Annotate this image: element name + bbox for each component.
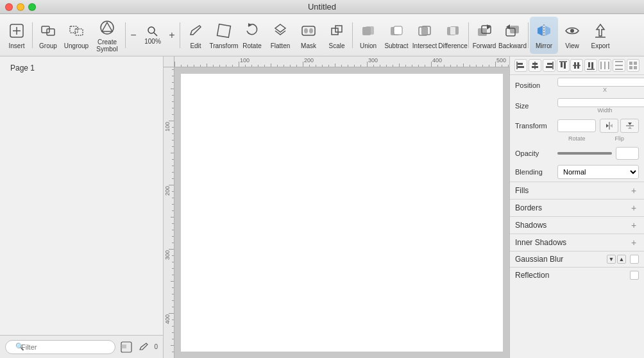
- subtract-button[interactable]: Subtract: [382, 17, 411, 54]
- tidy-up-button[interactable]: [627, 59, 640, 72]
- group-button[interactable]: Group: [34, 17, 62, 54]
- intersect-label: Intersect: [412, 42, 437, 49]
- ruler-h-tick: [437, 65, 438, 67]
- ruler-h-tick: [309, 65, 310, 67]
- maximize-button[interactable]: [28, 3, 36, 11]
- rotate-sublabel: Rotate: [557, 135, 597, 142]
- svg-rect-58: [588, 62, 590, 67]
- gaussian-blur-checkbox[interactable]: [630, 255, 639, 264]
- minimize-button[interactable]: [17, 3, 24, 11]
- svg-rect-53: [564, 62, 566, 69]
- difference-button[interactable]: Difference: [439, 17, 467, 54]
- svg-rect-56: [577, 62, 579, 69]
- ruler-h-tick: [296, 65, 297, 67]
- scale-button[interactable]: Scale: [323, 17, 351, 54]
- ruler-v-label: 400: [164, 314, 171, 324]
- zoom-plus-button[interactable]: +: [165, 26, 178, 45]
- page-list: Page 1: [0, 56, 163, 335]
- blending-select[interactable]: Normal Multiply Screen Overlay Darken Li…: [557, 165, 639, 179]
- create-symbol-label: Create Symbol: [92, 38, 123, 53]
- rotate-button[interactable]: Rotate: [238, 17, 266, 54]
- canvas-white[interactable]: [181, 74, 503, 352]
- align-left-button[interactable]: [514, 59, 527, 72]
- fills-section[interactable]: Fills +: [510, 182, 644, 199]
- rotate-label: Rotate: [242, 42, 261, 49]
- insert-button[interactable]: Insert: [3, 17, 31, 54]
- inner-shadows-add-button[interactable]: +: [629, 237, 639, 248]
- backward-button[interactable]: Backward: [498, 17, 527, 54]
- page-1-item[interactable]: Page 1: [5, 62, 158, 74]
- align-center-h-button[interactable]: [529, 59, 541, 72]
- create-symbol-button[interactable]: Create Symbol: [90, 17, 124, 54]
- svg-rect-67: [634, 62, 637, 65]
- view-button[interactable]: View: [558, 17, 586, 54]
- flatten-button[interactable]: Flatten: [266, 17, 294, 54]
- mirror-button[interactable]: Mirror: [530, 17, 558, 54]
- export-button[interactable]: Export: [586, 17, 614, 54]
- svg-rect-47: [532, 66, 538, 68]
- ruler-h-tick: [489, 65, 489, 67]
- borders-section[interactable]: Borders +: [510, 199, 644, 216]
- ruler-v-tick: [172, 275, 174, 275]
- svg-rect-69: [634, 66, 637, 69]
- ruler-h-tick: [508, 65, 509, 67]
- align-middle-v-button[interactable]: [570, 59, 583, 72]
- ruler-h-tick: [425, 65, 425, 67]
- gaussian-stepper-up[interactable]: ▲: [617, 255, 626, 264]
- ruler-h-tick: [335, 64, 335, 67]
- opacity-slider[interactable]: [557, 152, 612, 155]
- borders-add-button[interactable]: +: [629, 203, 639, 213]
- flip-v-button[interactable]: [620, 119, 639, 133]
- transform-button[interactable]: Transform: [210, 17, 238, 54]
- gaussian-stepper-down[interactable]: ▼: [607, 255, 616, 264]
- opacity-input[interactable]: [616, 147, 639, 160]
- add-layer-button[interactable]: [119, 340, 133, 354]
- width-input[interactable]: [557, 98, 644, 107]
- mask-button[interactable]: Mask: [294, 17, 323, 54]
- intersect-button[interactable]: Intersect: [411, 17, 439, 54]
- align-top-button[interactable]: [557, 59, 570, 72]
- fills-add-button[interactable]: +: [629, 185, 639, 196]
- ungroup-button[interactable]: Ungroup: [62, 17, 90, 54]
- edit-layer-button[interactable]: [137, 340, 150, 354]
- shadows-add-button[interactable]: +: [629, 220, 639, 230]
- mirror-icon: [534, 21, 554, 41]
- flip-h-button[interactable]: [600, 119, 618, 133]
- zoom-minus-button[interactable]: −: [127, 26, 140, 45]
- close-button[interactable]: [5, 3, 13, 11]
- ruler-corner: [164, 56, 174, 67]
- union-button[interactable]: Union: [354, 17, 382, 54]
- ruler-h-tick: [264, 65, 265, 67]
- ruler-v-tick: [172, 133, 174, 134]
- reflection-section[interactable]: Reflection: [510, 267, 644, 283]
- align-bottom-button[interactable]: [584, 59, 597, 72]
- distribute-h-button[interactable]: [598, 59, 611, 72]
- edit-button[interactable]: Edit: [182, 17, 210, 54]
- ruler-v-tick: [172, 268, 174, 269]
- canvas-content[interactable]: [174, 67, 509, 358]
- canvas-area[interactable]: 100200300400500600 100200300400500: [164, 56, 509, 358]
- ruler-h-tick: [348, 65, 348, 67]
- ruler-h-tick: [386, 65, 387, 67]
- ruler-v-tick: [172, 320, 174, 320]
- distribute-v-button[interactable]: [613, 59, 625, 72]
- reflection-checkbox[interactable]: [630, 271, 639, 280]
- right-panel: Position X Y Size Width: [509, 56, 644, 358]
- ruler-v-tick: [172, 230, 174, 230]
- window-title: Untitled: [308, 2, 336, 12]
- align-right-button[interactable]: [543, 59, 555, 72]
- x-input[interactable]: [557, 78, 644, 87]
- flatten-icon: [270, 21, 291, 41]
- ruler-h-tick: [457, 65, 457, 67]
- inner-shadows-section[interactable]: Inner Shadows +: [510, 234, 644, 251]
- forward-button[interactable]: Forward: [470, 17, 498, 54]
- svg-rect-17: [335, 26, 342, 32]
- ruler-v-tick: [172, 101, 174, 102]
- blending-row: Blending Normal Multiply Screen Overlay …: [510, 162, 644, 182]
- flatten-label: Flatten: [271, 42, 291, 49]
- ruler-h-tick: [181, 65, 182, 67]
- view-label: View: [565, 42, 579, 49]
- rotate-input[interactable]: [557, 119, 596, 132]
- shadows-section[interactable]: Shadows +: [510, 216, 644, 234]
- svg-rect-11: [217, 24, 231, 38]
